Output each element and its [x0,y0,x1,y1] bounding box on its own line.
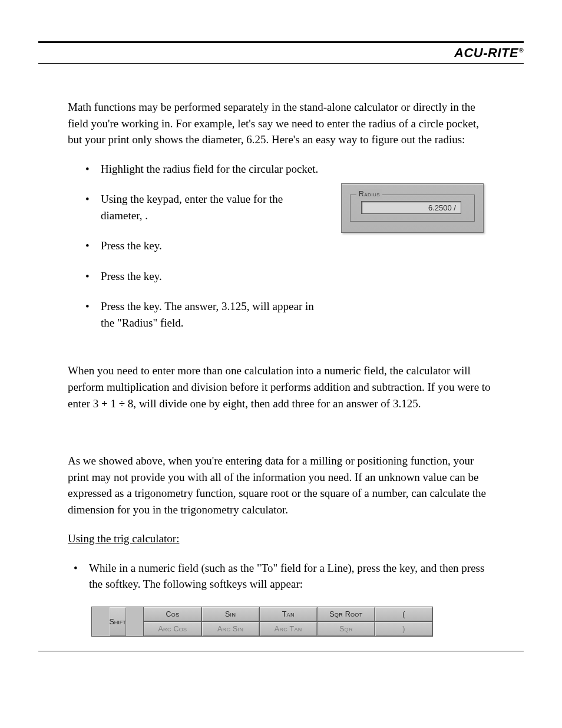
softkey-tan[interactable]: Tan [260,607,317,621]
step-item: Highlight the radius field for the circu… [68,161,323,177]
step-tail: . [145,209,148,222]
step-item: Press the key. The answer, 3.125, will a… [68,298,323,331]
softkey-col: Sqr Root Sqr [317,607,375,636]
softkey-cos[interactable]: Cos [144,607,201,621]
softkey-paren-open[interactable]: ( [375,607,432,621]
step-text: Highlight the radius field for the circu… [101,163,318,175]
radius-panel: Radius 6.2500 / [341,183,484,233]
softkey-sqrroot[interactable]: Sqr Root [318,607,375,621]
step-tail: key. [144,239,162,252]
content: Math functions may be performed separate… [38,64,524,637]
order-text-b: will divide one by eight, then add three… [139,397,421,410]
softkey-shift[interactable]: Shift [110,607,126,636]
figure-column: Radius 6.2500 / [341,161,494,233]
brand-logo: ACU-RITE® [454,45,524,61]
trig-step-list: While in a numeric field (such as the "T… [56,560,494,592]
step-text: Using the keypad, enter the value for th… [101,193,283,222]
bottom-rule [38,651,524,651]
step-item: Using the keypad, enter the value for th… [68,191,323,223]
steps-column: Highlight the radius field for the circu… [68,161,323,345]
softkey-bar: Shift Cos Arc Cos Sin Arc Sin Tan Arc Ta… [91,607,433,637]
softkey-col: Cos Arc Cos [143,607,201,636]
brand-reg: ® [519,47,524,54]
rule-thick [38,41,524,43]
softkey-col: Sin Arc Sin [201,607,259,636]
softkey-arctan[interactable]: Arc Tan [260,621,317,636]
softkey-shift-col: Shift [92,607,143,636]
softkey-paren-close[interactable]: ) [375,621,432,636]
brand-name: ACU-RITE [454,45,518,60]
softkey-table: Shift Cos Arc Cos Sin Arc Sin Tan Arc Ta… [91,607,433,637]
step-text: Press the [101,239,144,252]
softkey-arccos[interactable]: Arc Cos [144,621,201,636]
order-of-ops-paragraph: When you need to enter more than one cal… [68,363,494,411]
brand-row: ACU-RITE® [38,45,524,61]
trig-heading: Using the trig calculator: [68,531,494,547]
intro-paragraph: Math functions may be performed separate… [68,99,494,148]
step-tail: key. [144,270,162,282]
radius-label: Radius [356,189,382,199]
trig-intro-paragraph: As we showed above, when you're entering… [68,453,494,518]
softkey-col: Tan Arc Tan [259,607,317,636]
page: ACU-RITE® Math functions may be performe… [0,0,562,728]
softkey-sqr[interactable]: Sqr [318,621,375,636]
trig-step-a: While in a numeric field (such as the "T… [89,562,399,574]
softkey-sin[interactable]: Sin [202,607,259,621]
radius-input[interactable]: 6.2500 / [361,201,461,214]
softkey-col: ( ) [375,607,432,636]
softkey-arcsin[interactable]: Arc Sin [202,621,259,636]
step-text: Press the [101,270,144,282]
step-item: Press the key. [68,238,323,254]
trig-step-c: softkey. The following softkeys will app… [105,578,303,590]
step-list: Highlight the radius field for the circu… [68,161,323,331]
steps-and-figure: Highlight the radius field for the circu… [68,161,494,345]
radius-group: Radius 6.2500 / [350,195,475,222]
step-item: While in a numeric field (such as the "T… [56,560,494,592]
step-text: Press the [101,300,144,312]
step-item: Press the key. [68,268,323,285]
